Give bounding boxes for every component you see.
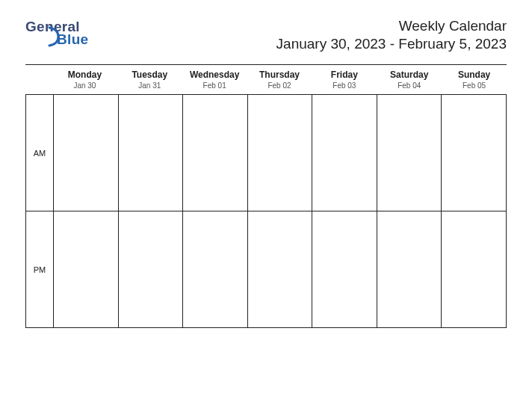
calendar-cell	[442, 95, 506, 211]
calendar-cell	[54, 95, 119, 211]
day-name: Sunday	[442, 69, 507, 80]
calendar-cell	[377, 211, 442, 327]
period-row-pm: PM	[26, 211, 506, 327]
period-label: AM	[26, 95, 54, 211]
day-name: Thursday	[247, 69, 312, 80]
calendar-cell	[119, 95, 184, 211]
day-header: Sunday Feb 05	[442, 69, 507, 90]
day-name: Tuesday	[117, 69, 182, 80]
calendar-grid: AM PM	[25, 94, 507, 328]
swoosh-icon	[48, 26, 61, 47]
day-name: Wednesday	[182, 69, 247, 80]
day-date: Feb 05	[442, 81, 507, 90]
calendar-cell	[248, 211, 313, 327]
day-header: Thursday Feb 02	[247, 69, 312, 90]
day-name: Monday	[52, 69, 117, 80]
period-label: PM	[26, 211, 54, 327]
date-range: January 30, 2023 - February 5, 2023	[276, 36, 507, 52]
day-header: Wednesday Feb 01	[182, 69, 247, 90]
day-date: Feb 01	[182, 81, 247, 90]
title-block: Weekly Calendar January 30, 2023 - Febru…	[276, 18, 507, 52]
calendar-cell	[119, 211, 184, 327]
calendar-cell	[312, 95, 377, 211]
divider	[25, 64, 507, 65]
logo: General Blue	[25, 19, 88, 46]
day-header: Monday Jan 30	[52, 69, 117, 90]
day-headers: Monday Jan 30 Tuesday Jan 31 Wednesday F…	[25, 69, 507, 90]
header: General Blue Weekly Calendar January 30,…	[25, 18, 507, 52]
day-name: Saturday	[377, 69, 442, 80]
day-date: Feb 04	[377, 81, 442, 90]
calendar-cell	[312, 211, 377, 327]
calendar-cell	[183, 211, 248, 327]
day-header: Friday Feb 03	[312, 69, 377, 90]
day-date: Feb 02	[247, 81, 312, 90]
day-header: Saturday Feb 04	[377, 69, 442, 90]
calendar-cell	[248, 95, 313, 211]
day-header: Tuesday Jan 31	[117, 69, 182, 90]
day-date: Jan 30	[52, 81, 117, 90]
day-name: Friday	[312, 69, 377, 80]
calendar-cell	[442, 211, 506, 327]
period-row-am: AM	[26, 95, 506, 211]
logo-text-blue: Blue	[25, 32, 88, 46]
calendar-cell	[183, 95, 248, 211]
day-date: Jan 31	[117, 81, 182, 90]
calendar-cell	[54, 211, 119, 327]
page-title: Weekly Calendar	[276, 18, 507, 34]
calendar-cell	[377, 95, 442, 211]
day-date: Feb 03	[312, 81, 377, 90]
